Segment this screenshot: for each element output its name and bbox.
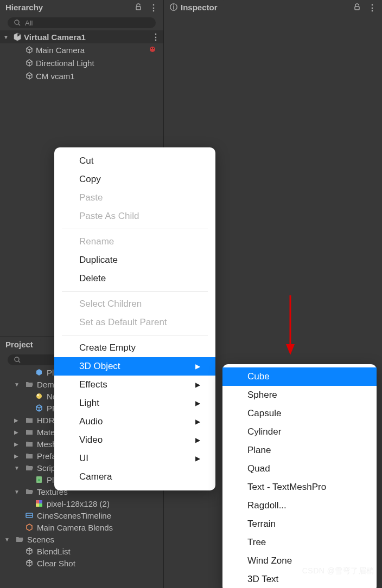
lock-icon[interactable] <box>134 3 143 13</box>
svg-rect-0 <box>136 7 141 10</box>
menu-item-camera[interactable]: Camera <box>54 468 215 486</box>
toggle-icon[interactable]: ▼ <box>14 489 22 495</box>
inspector-tab-label: Inspector <box>181 3 218 12</box>
submenu-arrow-icon: ▶ <box>195 381 200 389</box>
search-placeholder: All <box>25 19 33 27</box>
context-menu: CutCopyPastePaste As ChildRenameDuplicat… <box>54 147 215 490</box>
menu-item-label: Light <box>79 398 99 409</box>
submenu-item-ragdoll-[interactable]: Ragdoll... <box>222 496 377 515</box>
menu-item-label: Audio <box>79 416 103 427</box>
svg-point-7 <box>15 357 19 361</box>
menu-separator <box>62 291 208 292</box>
menu-item-label: Rename <box>79 236 114 247</box>
submenu-item-label: Cylinder <box>247 427 281 437</box>
toggle-icon[interactable]: ▶ <box>14 417 22 423</box>
svg-marker-21 <box>286 344 295 355</box>
svg-point-9 <box>36 393 42 399</box>
menu-icon[interactable] <box>149 3 158 13</box>
submenu-item-label: Wind Zone <box>247 555 292 566</box>
hierarchy-item[interactable]: CM vcam1 <box>0 69 163 82</box>
submenu-item-label: 3D Text <box>247 574 278 585</box>
svg-rect-17 <box>36 503 39 507</box>
scene-menu-icon[interactable] <box>151 32 160 42</box>
submenu-arrow-icon: ▶ <box>195 399 200 407</box>
project-tab[interactable]: Project <box>0 338 41 352</box>
submenu-item-capsule[interactable]: Capsule <box>222 404 377 423</box>
menu-separator <box>62 335 208 335</box>
hierarchy-item[interactable]: Main Camera <box>0 43 163 56</box>
svg-point-1 <box>15 20 19 24</box>
menu-item-label: Delete <box>79 273 106 284</box>
submenu-item-label: Quad <box>247 463 270 474</box>
menu-item-delete[interactable]: Delete <box>54 269 215 288</box>
submenu-item-label: Cube <box>247 371 270 382</box>
hierarchy-item-label: Main Camera <box>36 46 85 55</box>
toggle-icon[interactable]: ▼ <box>14 382 22 387</box>
menu-item-label: Effects <box>79 379 107 390</box>
submenu-arrow-icon: ▶ <box>195 455 200 462</box>
hierarchy-search-row: All <box>0 15 163 30</box>
menu-item-label: Camera <box>79 471 112 482</box>
svg-line-2 <box>18 24 20 25</box>
project-item[interactable]: pixel-128x128 (2) <box>0 497 163 509</box>
submenu-arrow-icon: ▶ <box>195 418 200 425</box>
submenu-item-plane[interactable]: Plane <box>222 441 377 460</box>
submenu-item-terrain[interactable]: Terrain <box>222 515 377 533</box>
menu-separator <box>62 229 208 229</box>
menu-item-paste: Paste <box>54 189 215 207</box>
scene-name: Virtual Camera1 <box>24 33 86 42</box>
menu-item-copy[interactable]: Copy <box>54 170 215 189</box>
submenu-item-cylinder[interactable]: Cylinder <box>222 423 377 441</box>
project-item[interactable]: ▼Scenes <box>0 533 163 545</box>
menu-item-video[interactable]: Video▶ <box>54 431 215 449</box>
menu-item-cut[interactable]: Cut <box>54 152 215 170</box>
search-icon <box>13 356 22 364</box>
hierarchy-item[interactable]: Directional Light <box>0 56 163 69</box>
project-item[interactable]: Main Camera Blends <box>0 521 163 533</box>
submenu-item-label: Capsule <box>247 408 281 419</box>
svg-point-4 <box>151 48 152 49</box>
toggle-icon[interactable]: ▼ <box>4 537 12 542</box>
hierarchy-item-label: CM vcam1 <box>36 72 75 81</box>
arrow-annotation <box>282 293 298 358</box>
toggle-icon[interactable]: ▶ <box>14 441 22 447</box>
hierarchy-scene-row[interactable]: ▼ Virtual Camera1 <box>0 30 163 43</box>
submenu-item-text-textmeshpro[interactable]: Text - TextMeshPro <box>222 478 377 496</box>
submenu-item-label: Plane <box>247 445 271 456</box>
submenu-item-cube[interactable]: Cube <box>222 367 377 386</box>
svg-rect-16 <box>39 500 42 503</box>
toggle-icon[interactable]: ▼ <box>14 465 22 471</box>
menu-item-3d-object[interactable]: 3D Object▶ <box>54 357 215 376</box>
toggle-icon[interactable]: ▼ <box>3 34 11 40</box>
project-tab-label: Project <box>5 340 33 349</box>
menu-item-audio[interactable]: Audio▶ <box>54 412 215 431</box>
hierarchy-search-input[interactable]: All <box>8 17 156 28</box>
submenu-item-quad[interactable]: Quad <box>222 460 377 478</box>
submenu-arrow-icon: ▶ <box>195 436 200 444</box>
menu-item-duplicate[interactable]: Duplicate <box>54 251 215 269</box>
toggle-icon[interactable]: ▶ <box>14 453 22 459</box>
project-item[interactable]: CineScenesTimeline <box>0 509 163 521</box>
hierarchy-tab[interactable]: Hierarchy <box>0 1 50 15</box>
menu-item-effects[interactable]: Effects▶ <box>54 376 215 394</box>
svg-line-8 <box>18 361 20 363</box>
submenu-item-tree[interactable]: Tree <box>222 533 377 552</box>
context-submenu: CubeSphereCapsuleCylinderPlaneQuadText -… <box>222 364 377 588</box>
menu-item-label: Cut <box>79 156 93 166</box>
menu-item-label: Create Empty <box>79 343 136 353</box>
menu-item-ui[interactable]: UI▶ <box>54 449 215 468</box>
svg-rect-6 <box>355 7 359 10</box>
project-item[interactable]: BlendList <box>0 545 163 557</box>
menu-item-create-empty[interactable]: Create Empty <box>54 339 215 357</box>
project-item[interactable]: Clear Shot <box>0 557 163 569</box>
toggle-icon[interactable]: ▶ <box>14 429 22 435</box>
menu-icon[interactable] <box>368 3 377 13</box>
project-item-label: Clear Shot <box>37 559 75 568</box>
lock-icon[interactable] <box>353 3 361 13</box>
svg-point-10 <box>37 394 39 396</box>
menu-item-light[interactable]: Light▶ <box>54 394 215 412</box>
inspector-tab[interactable]: Inspector <box>164 0 225 16</box>
submenu-item-sphere[interactable]: Sphere <box>222 386 377 404</box>
menu-item-set-as-default-parent: Set as Default Parent <box>54 313 215 332</box>
submenu-item-label: Sphere <box>247 390 277 400</box>
